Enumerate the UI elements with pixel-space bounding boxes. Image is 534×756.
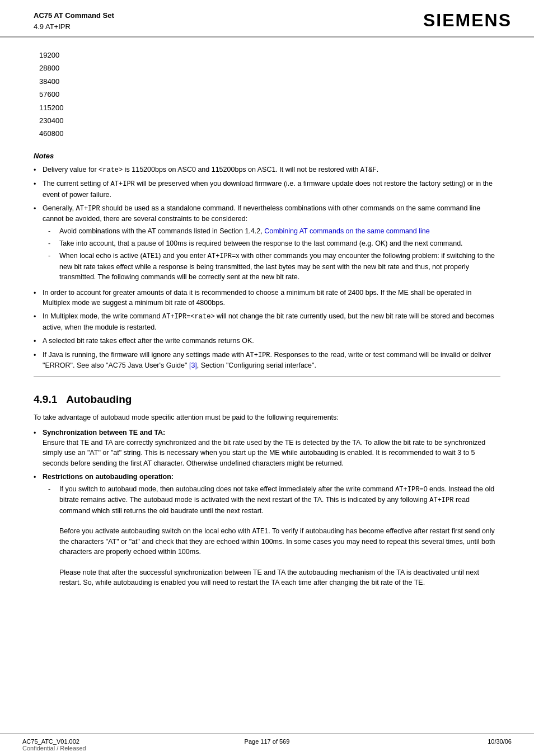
list-item: -If you switch to autobaud mode, then au… bbox=[48, 484, 500, 588]
section-number: 4.9.1 bbox=[34, 393, 57, 406]
baud-rate-item: 28800 bbox=[39, 62, 500, 74]
inline-code: ATE bbox=[252, 528, 265, 536]
inline-link[interactable]: Combining AT commands on the same comman… bbox=[264, 227, 430, 235]
section-divider bbox=[34, 376, 500, 377]
bullet-text: Delivery value for <rate> is 115200bps o… bbox=[43, 165, 500, 175]
inline-code: AT+IPR bbox=[111, 180, 135, 188]
bullet-symbol: • bbox=[34, 179, 43, 189]
notes-bullet-list: •Delivery value for <rate> is 115200bps … bbox=[34, 165, 500, 371]
sub-text: When local echo is active (ATE1) and you… bbox=[59, 251, 500, 282]
list-item: •Synchronization between TE and TA:Ensur… bbox=[34, 428, 500, 468]
dash-symbol: - bbox=[48, 251, 59, 261]
baud-rate-item: 115200 bbox=[39, 101, 500, 114]
bullet-text: In order to account for greater amounts … bbox=[43, 288, 500, 308]
list-item: -Take into account, that a pause of 100m… bbox=[48, 238, 500, 248]
dash-symbol: - bbox=[48, 226, 59, 236]
bullet-symbol: • bbox=[34, 312, 43, 322]
page-footer: AC75_ATC_V01.002 Confidential / Released… bbox=[0, 733, 534, 756]
bullet-symbol: • bbox=[34, 428, 43, 438]
list-item: •Generally, AT+IPR should be used as a s… bbox=[34, 203, 500, 284]
section-intro: To take advantage of autobaud mode speci… bbox=[34, 412, 500, 423]
bullet-text: The current setting of AT+IPR will be pr… bbox=[43, 179, 500, 200]
section-bullet-list: •Synchronization between TE and TA:Ensur… bbox=[34, 428, 500, 590]
sub-list: -If you switch to autobaud mode, then au… bbox=[48, 484, 500, 588]
footer-left: AC75_ATC_V01.002 Confidential / Released bbox=[22, 738, 185, 752]
list-item: •Restrictions on autobauding operation:-… bbox=[34, 472, 500, 590]
bullet-text: A selected bit rate takes effect after t… bbox=[43, 336, 500, 346]
list-item: -When local echo is active (ATE1) and yo… bbox=[48, 251, 500, 282]
list-item: •In Multiplex mode, the write command AT… bbox=[34, 311, 500, 332]
inline-link[interactable]: [3] bbox=[189, 361, 197, 369]
notes-section: Notes •Delivery value for <rate> is 1152… bbox=[34, 152, 500, 371]
bullet-body: Ensure that TE and TA are correctly sync… bbox=[43, 439, 485, 467]
dash-symbol: - bbox=[48, 238, 59, 248]
list-item: •The current setting of AT+IPR will be p… bbox=[34, 179, 500, 200]
sub-text: Avoid combinations with the AT commands … bbox=[59, 226, 500, 236]
baud-rate-item: 19200 bbox=[39, 49, 500, 62]
inline-code: AT+IPR bbox=[429, 496, 453, 504]
list-item: •Delivery value for <rate> is 115200bps … bbox=[34, 165, 500, 175]
list-item: -Avoid combinations with the AT commands… bbox=[48, 226, 500, 236]
header-left: AC75 AT Command Set 4.9 AT+IPR bbox=[34, 10, 114, 32]
inline-code: AT+IPR=<rate> bbox=[162, 313, 215, 321]
bullet-symbol: • bbox=[34, 204, 43, 214]
list-item: •In order to account for greater amounts… bbox=[34, 288, 500, 308]
inline-code: AT+IPR bbox=[246, 351, 270, 359]
baud-rate-item: 38400 bbox=[39, 75, 500, 88]
inline-code: AT+IPR bbox=[208, 252, 232, 260]
doc-title: AC75 AT Command Set bbox=[34, 10, 114, 21]
baud-rate-item: 460800 bbox=[39, 127, 500, 140]
baud-rate-list: 19200288003840057600115200230400460800 bbox=[34, 49, 500, 140]
notes-title: Notes bbox=[34, 152, 500, 160]
bullet-symbol: • bbox=[34, 350, 43, 360]
bullet-symbol: • bbox=[34, 336, 43, 346]
page-header: AC75 AT Command Set 4.9 AT+IPR SIEMENS bbox=[0, 0, 534, 37]
bullet-label: Restrictions on autobauding operation: bbox=[43, 473, 174, 481]
bullet-text: Generally, AT+IPR should be used as a st… bbox=[43, 203, 500, 284]
inline-code: AT+IPR bbox=[76, 205, 100, 213]
dash-symbol: - bbox=[48, 484, 59, 494]
footer-page: Page 117 of 569 bbox=[185, 738, 348, 752]
inline-code: AT+IPR bbox=[395, 486, 419, 494]
footer-status: Confidential / Released bbox=[22, 745, 185, 752]
bullet-text: If Java is running, the firmware will ig… bbox=[43, 350, 500, 371]
bullet-text: Restrictions on autobauding operation:-I… bbox=[43, 472, 500, 590]
list-item: •A selected bit rate takes effect after … bbox=[34, 336, 500, 346]
inline-code: ATE bbox=[143, 252, 155, 260]
bullet-symbol: • bbox=[34, 288, 43, 298]
baud-rate-item: 230400 bbox=[39, 114, 500, 127]
siemens-logo: SIEMENS bbox=[423, 10, 512, 31]
footer-date: 10/30/06 bbox=[349, 738, 512, 752]
bullet-symbol: • bbox=[34, 165, 43, 175]
bullet-symbol: • bbox=[34, 472, 43, 482]
sub-text: If you switch to autobaud mode, then aut… bbox=[59, 484, 500, 588]
section-491-heading: 4.9.1 Autobauding bbox=[34, 393, 500, 406]
section-title: Autobauding bbox=[66, 393, 132, 406]
inline-code: AT&F bbox=[360, 166, 377, 174]
footer-doc-id: AC75_ATC_V01.002 bbox=[22, 738, 185, 745]
bullet-label: Synchronization between TE and TA: bbox=[43, 429, 165, 436]
doc-subtitle: 4.9 AT+IPR bbox=[34, 21, 114, 32]
inline-code: <rate> bbox=[99, 166, 123, 174]
sub-text: Take into account, that a pause of 100ms… bbox=[59, 238, 500, 248]
sub-list: -Avoid combinations with the AT commands… bbox=[48, 226, 500, 282]
bullet-text: Synchronization between TE and TA:Ensure… bbox=[43, 428, 500, 468]
baud-rate-item: 57600 bbox=[39, 88, 500, 101]
list-item: •If Java is running, the firmware will i… bbox=[34, 350, 500, 371]
main-content: 19200288003840057600115200230400460800 N… bbox=[0, 37, 534, 607]
bullet-text: In Multiplex mode, the write command AT+… bbox=[43, 311, 500, 332]
page: AC75 AT Command Set 4.9 AT+IPR SIEMENS 1… bbox=[0, 0, 534, 756]
